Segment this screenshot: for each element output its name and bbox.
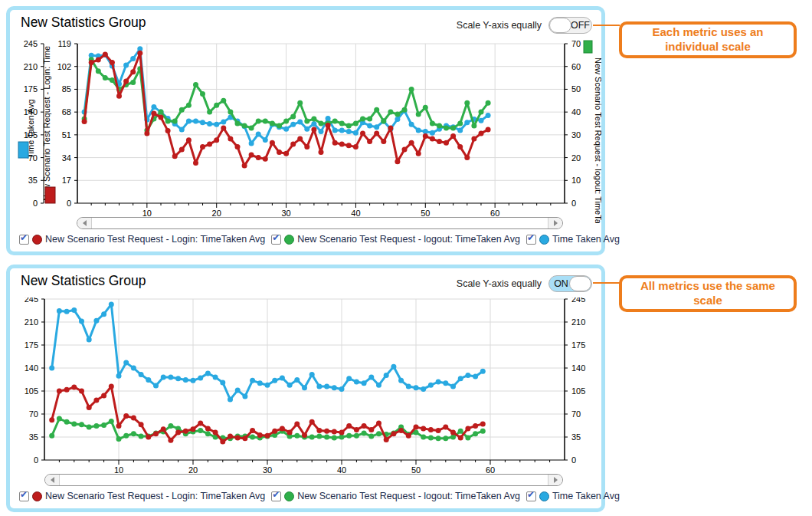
series-point [101, 393, 106, 399]
series-point [49, 433, 54, 439]
series-color-dot [539, 491, 549, 501]
callout-same-scale: All metrics use the same scale [619, 275, 797, 312]
series-point [165, 128, 171, 133]
series-point [409, 122, 414, 127]
series-point [183, 429, 188, 434]
series-point [406, 433, 411, 439]
series-point [309, 419, 315, 425]
check-icon: ✔ [272, 233, 280, 243]
series-point [346, 376, 352, 381]
series-point [168, 438, 173, 443]
series-point [64, 309, 70, 314]
series-point [175, 376, 181, 381]
legend-checkbox[interactable]: ✔ [19, 491, 29, 501]
series-point [402, 147, 408, 153]
series-point [123, 78, 129, 84]
series-point [101, 311, 106, 317]
series-point [450, 125, 456, 130]
series-point [96, 68, 101, 74]
series-point [406, 384, 411, 389]
series-point [270, 121, 275, 127]
line-chart: 1020304050602452101751401057035024521017… [10, 297, 601, 483]
series-point [360, 117, 365, 122]
scrollbar-right-arrow[interactable] [548, 475, 562, 485]
series-color-dot [32, 491, 42, 501]
series-point [283, 127, 289, 132]
series-point [362, 430, 367, 435]
series-point [93, 423, 99, 429]
series-point [220, 439, 225, 445]
scrollbar-left-arrow[interactable] [45, 475, 60, 485]
series-point [414, 425, 419, 430]
line-chart: 10203040506024521017514010570350Time Tak… [10, 38, 601, 223]
y-axis-tick-label: 0 [33, 199, 38, 208]
y-axis-tick-label: 51 [62, 130, 71, 140]
legend-checkbox[interactable]: ✔ [19, 235, 29, 245]
legend-item[interactable]: ✔Time Taken Avg [526, 234, 620, 245]
series-point [82, 119, 87, 124]
series-point [368, 375, 374, 380]
series-point [409, 87, 414, 92]
series-point [294, 377, 300, 383]
series-point [200, 91, 205, 97]
legend-checkbox[interactable]: ✔ [526, 491, 536, 501]
legend-checkbox[interactable]: ✔ [271, 235, 281, 245]
series-point [430, 121, 435, 127]
callout-text-line: All metrics use the same [640, 279, 775, 294]
series-point [183, 377, 188, 383]
series-point [221, 119, 226, 124]
series-point [473, 431, 478, 436]
legend-item[interactable]: ✔New Scenario Test Request - Login: Time… [19, 491, 265, 501]
series-point [249, 125, 254, 130]
series-point [235, 144, 241, 150]
series-point [486, 100, 491, 106]
series-point [304, 119, 309, 124]
series-point [109, 301, 114, 307]
series-point [79, 319, 84, 324]
y-axis-tick-label: 0 [34, 455, 38, 465]
series-point [168, 423, 173, 429]
series-point [116, 94, 122, 99]
legend-item[interactable]: ✔New Scenario Test Request - Login: Time… [19, 234, 265, 245]
series-point [214, 103, 219, 108]
series-point [436, 435, 441, 441]
series-point [302, 432, 307, 438]
series-point [436, 380, 441, 385]
series-point [374, 131, 379, 136]
series-point [270, 140, 275, 146]
y-axis-tick-label: 50 [571, 84, 581, 94]
scrollbar-right-arrow[interactable] [548, 218, 562, 228]
series-point [443, 425, 448, 430]
series-point [332, 127, 338, 133]
series-point [346, 433, 352, 439]
y-axis-title: New Scenario Test Request - Login: Time [42, 46, 51, 201]
legend-item[interactable]: ✔New Scenario Test Request - logout: Tim… [271, 491, 520, 501]
series-point [297, 100, 303, 106]
legend-label: Time Taken Avg [552, 234, 620, 245]
series-point [444, 125, 449, 130]
scale-y-equally-toggle[interactable]: OFF [548, 17, 592, 34]
callout-connector-line [593, 25, 620, 26]
series-point [381, 139, 386, 144]
series-point [131, 366, 136, 371]
series-point [423, 105, 428, 110]
series-point [235, 388, 241, 393]
series-point [64, 419, 70, 425]
legend-item[interactable]: ✔New Scenario Test Request - logout: Tim… [271, 234, 520, 245]
scrollbar-left-arrow[interactable] [77, 218, 92, 228]
legend-item[interactable]: ✔Time Taken Avg [526, 491, 620, 501]
series-point [458, 429, 463, 434]
series-point [256, 155, 261, 160]
series-point [49, 366, 54, 371]
scale-y-equally-toggle[interactable]: ON [548, 275, 592, 292]
series-point [249, 153, 254, 158]
series-point [294, 433, 300, 439]
series-point [191, 426, 196, 432]
legend-checkbox[interactable]: ✔ [271, 491, 281, 501]
chart-horizontal-scrollbar[interactable] [77, 217, 563, 229]
series-point [290, 142, 296, 147]
chart-legend: ✔New Scenario Test Request - Login: Time… [19, 491, 620, 501]
callout-text-line: individual scale [665, 40, 751, 54]
legend-checkbox[interactable]: ✔ [526, 235, 536, 245]
chart-horizontal-scrollbar[interactable] [44, 474, 563, 486]
